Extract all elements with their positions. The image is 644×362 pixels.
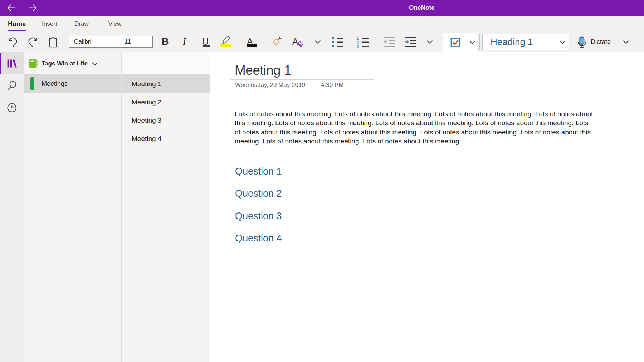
svg-text:2: 2 xyxy=(357,40,359,45)
svg-text:3: 3 xyxy=(357,44,359,48)
svg-text:1: 1 xyxy=(357,36,359,40)
